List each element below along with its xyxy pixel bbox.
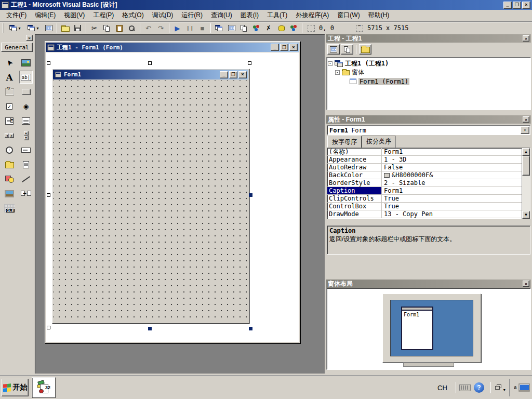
tool-textbox[interactable]: ab| [19, 71, 33, 84]
property-row[interactable]: BorderStyle 2 - Sizable [327, 179, 522, 187]
redo-button[interactable]: ↷ [155, 22, 167, 34]
combo-dropdown-icon[interactable]: ▾ [521, 126, 529, 134]
menu-query[interactable]: 查询(U) [207, 9, 236, 21]
help-tray-icon[interactable]: ? [474, 382, 484, 393]
run-button[interactable]: ▶ [171, 22, 183, 34]
menu-view[interactable]: 视图(V) [60, 9, 89, 21]
tree-item-project[interactable]: - 工程1 (工程1) [328, 59, 529, 68]
project-explorer-titlebar[interactable]: 工程 - 工程1 × [326, 34, 531, 43]
tool-checkbox[interactable]: ✓ [3, 100, 16, 113]
start-button[interactable]: 开始 [2, 379, 29, 396]
add-form-button[interactable]: ▾ [24, 22, 42, 34]
property-row[interactable]: AutoRedraw False [327, 164, 522, 171]
copy-button[interactable] [101, 22, 113, 34]
tool-commandbutton[interactable] [19, 85, 33, 98]
tool-dirlistbox[interactable] [3, 158, 16, 171]
designer-titlebar[interactable]: 工程1 - Form1 (Form) _ ❐ × [46, 43, 299, 52]
properties-titlebar[interactable]: 属性 - Form1 × [326, 115, 531, 124]
scroll-down-icon[interactable]: ▼ [522, 211, 530, 219]
menu-project[interactable]: 工程(P) [89, 9, 118, 21]
menu-addins[interactable]: 外接程序(A) [291, 9, 333, 21]
ime-language-indicator[interactable]: CH [437, 384, 447, 392]
collapse-icon[interactable]: - [328, 61, 332, 66]
tool-ole[interactable]: OLE [3, 202, 16, 215]
tool-label[interactable]: A [3, 71, 16, 84]
toolbox-button[interactable]: ✗ [263, 22, 275, 34]
resize-handle-bottom-right[interactable] [249, 327, 252, 330]
show-hidden-icons-chevron[interactable]: » [512, 386, 518, 389]
cut-button[interactable]: ✂ [88, 22, 100, 34]
restore-button[interactable]: ❐ [513, 2, 521, 9]
designer-maximize-button[interactable]: ❐ [280, 44, 288, 51]
object-browser-button[interactable] [250, 22, 262, 34]
property-row[interactable]: ClipControls True [327, 195, 522, 203]
project-explorer-button[interactable] [213, 22, 225, 34]
menu-window[interactable]: 窗口(W) [333, 9, 364, 21]
menu-editor-button[interactable] [43, 22, 55, 34]
form1-titlebar[interactable]: Form1 _ ❐ × [53, 70, 248, 79]
property-row[interactable]: ControlBox True [327, 203, 522, 210]
designer-minimize-button[interactable]: _ [271, 44, 279, 51]
form-position-preview[interactable]: Form1 [401, 307, 433, 350]
scroll-thumb[interactable] [522, 156, 530, 176]
dropdown-caret-icon[interactable]: ▾ [36, 26, 38, 31]
dropdown-caret-icon[interactable]: ▾ [18, 26, 20, 31]
form-layout-titlebar[interactable]: 窗体布局 × [326, 280, 531, 288]
tool-listbox[interactable] [19, 114, 33, 127]
tree-item-form1[interactable]: Form1 (Form1) [328, 77, 529, 86]
minimize-button[interactable]: _ [503, 2, 512, 9]
keyboard-icon[interactable] [459, 384, 471, 391]
object-combobox[interactable]: Form1 Form ▾ [327, 125, 530, 135]
taskbar-item-vb[interactable]: 32 [32, 377, 56, 398]
stop-button[interactable]: ■ [196, 22, 208, 34]
resize-handle-mid-right[interactable] [249, 193, 252, 197]
toolbar-grip[interactable] [3, 23, 4, 33]
property-row[interactable]: (名称) Form1 [327, 148, 522, 156]
menu-diagram[interactable]: 图表(I) [236, 9, 263, 21]
tool-hscrollbar[interactable]: ◂▸ [3, 129, 16, 142]
data-view-button[interactable] [275, 22, 287, 34]
menu-debug[interactable]: 调试(D) [148, 9, 178, 21]
tool-shape[interactable] [3, 172, 16, 185]
form-layout-button[interactable] [238, 22, 250, 34]
toolbox-close-icon[interactable]: × [26, 35, 33, 41]
resize-handle-bottom-center[interactable] [148, 327, 152, 330]
view-object-button[interactable] [341, 44, 353, 55]
menu-run[interactable]: 运行(R) [177, 9, 207, 21]
tool-vscrollbar[interactable]: ▴▾ [19, 129, 33, 142]
menu-file[interactable]: 文件(F) [2, 9, 31, 21]
save-project-button[interactable] [72, 22, 84, 34]
tree-item-forms-folder[interactable]: - 窗体 [328, 68, 529, 77]
menu-tools[interactable]: 工具(T) [263, 9, 291, 21]
menu-help[interactable]: 帮助(H) [364, 9, 394, 21]
menu-format[interactable]: 格式(O) [118, 9, 148, 21]
properties-close-icon[interactable]: × [523, 116, 529, 123]
property-row[interactable]: Appearance 1 - 3D [327, 156, 522, 164]
view-code-button[interactable] [327, 44, 340, 55]
tool-pointer[interactable]: ➤ [3, 56, 16, 69]
pause-button[interactable]: ❙❙ [184, 22, 196, 34]
tool-filelistbox[interactable] [19, 158, 33, 171]
form-layout-close-icon[interactable]: × [523, 281, 529, 287]
add-project-button[interactable]: ▾ [6, 22, 24, 34]
find-button[interactable] [126, 22, 138, 34]
toggle-folders-button[interactable] [359, 44, 371, 55]
tool-optionbutton[interactable]: ◉ [19, 100, 33, 113]
display-tray-icon[interactable] [518, 383, 530, 392]
close-button[interactable]: × [522, 2, 530, 9]
property-row-caption-selected[interactable]: Caption Form1 [327, 187, 522, 195]
ime-options-caret-icon[interactable]: ▾ [503, 388, 506, 392]
tab-categorized[interactable]: 按分类序 [362, 136, 396, 148]
form1-grid-surface[interactable] [53, 80, 248, 323]
paste-button[interactable] [113, 22, 125, 34]
designer-close-button[interactable]: × [289, 44, 298, 51]
tool-picturebox[interactable] [19, 56, 33, 69]
collapse-icon[interactable]: - [335, 70, 340, 75]
tool-timer[interactable] [3, 143, 16, 156]
toolbox-tab-general[interactable]: General [1, 43, 33, 52]
tab-alphabetic[interactable]: 按字母序 [327, 136, 362, 148]
ime-pad-icon[interactable] [495, 384, 502, 391]
tool-combobox[interactable] [3, 114, 16, 127]
tool-data[interactable] [19, 187, 33, 200]
tool-line[interactable] [19, 172, 33, 185]
